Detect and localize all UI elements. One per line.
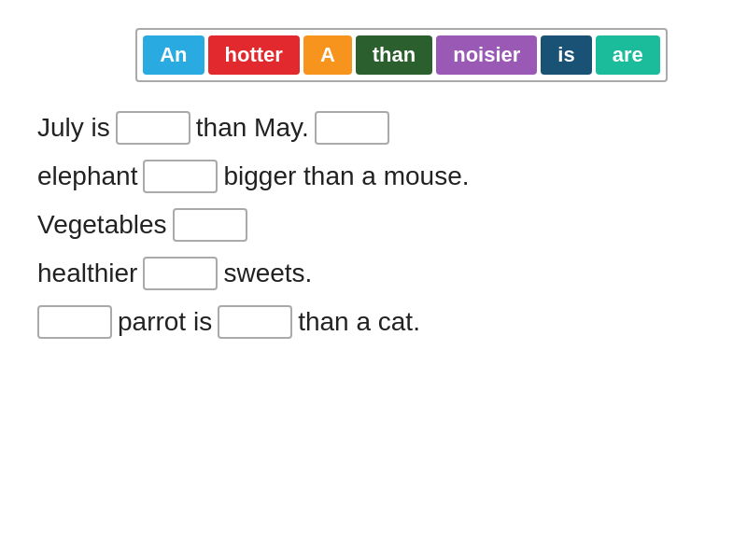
sentence-5-blank-2[interactable] <box>218 305 292 339</box>
sentence-5-blank-0[interactable] <box>37 305 112 339</box>
sentence-5-text-1: parrot is <box>118 302 212 342</box>
sentence-3-blank-1[interactable] <box>173 208 247 242</box>
sentence-1-text-2: than May. <box>196 108 309 147</box>
sentence-4: healthiersweets. <box>37 254 710 293</box>
sentence-2-blank-1[interactable] <box>143 160 218 193</box>
word-bank: AnhotterAthannoisierisare <box>135 28 668 82</box>
tile-a[interactable]: A <box>303 35 352 75</box>
sentence-1-blank-3[interactable] <box>315 111 389 145</box>
tile-hotter[interactable]: hotter <box>208 35 300 75</box>
sentence-3: Vegetables <box>37 205 710 245</box>
sentence-4-text-2: sweets. <box>223 254 312 293</box>
sentences-container: July isthan May.elephantbigger than a mo… <box>37 108 710 343</box>
sentence-5: parrot isthan a cat. <box>37 302 710 342</box>
sentence-2-text-2: bigger than a mouse. <box>223 157 469 196</box>
sentence-2-text-0: elephant <box>37 157 137 196</box>
sentence-3-text-0: Vegetables <box>37 205 167 245</box>
tile-are[interactable]: are <box>596 35 660 75</box>
sentence-1: July isthan May. <box>37 108 710 147</box>
tile-is[interactable]: is <box>541 35 591 75</box>
tile-noisier[interactable]: noisier <box>436 35 537 75</box>
sentence-5-text-3: than a cat. <box>298 302 420 342</box>
tile-than[interactable]: than <box>356 35 432 75</box>
tile-an[interactable]: An <box>143 35 204 75</box>
sentence-2: elephantbigger than a mouse. <box>37 157 710 196</box>
sentence-4-blank-1[interactable] <box>143 257 218 290</box>
sentence-4-text-0: healthier <box>37 254 137 293</box>
sentence-1-text-0: July is <box>37 108 110 147</box>
page: AnhotterAthannoisierisare July isthan Ma… <box>0 0 747 560</box>
sentence-1-blank-1[interactable] <box>116 111 190 145</box>
